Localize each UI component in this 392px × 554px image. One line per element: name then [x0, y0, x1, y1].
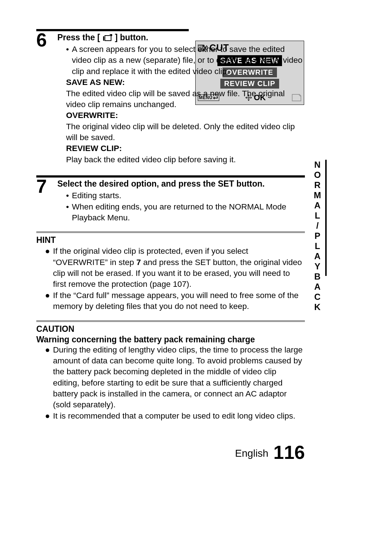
step-number: 7: [36, 178, 55, 194]
divider: [36, 320, 305, 322]
section-side-label: NORMAL/PLAYBACK: [313, 160, 322, 312]
step-7-bullet-1: • Editing starts.: [57, 190, 305, 201]
hint-item-2: ● If the “Card full” message appears, yo…: [36, 290, 305, 312]
step-number: 6: [36, 32, 55, 48]
caution-item-1: ● During the editing of lengthy video cl…: [36, 345, 305, 411]
hint-heading: HINT: [36, 235, 305, 245]
svg-rect-14: [103, 36, 104, 41]
review-clip-label: REVIEW CLIP:: [57, 143, 305, 154]
divider: [36, 231, 305, 233]
hint-list: ● If the original video clip is protecte…: [36, 246, 305, 312]
overwrite-label: OVERWRITE:: [57, 110, 305, 121]
bullet-dot-icon: •: [66, 201, 72, 212]
step-6-intro: • A screen appears for you to select eit…: [57, 44, 305, 77]
caution-subheading: Warning concerning the battery pack rema…: [36, 335, 305, 345]
bullet-dot-icon: ●: [45, 345, 53, 355]
step-ref-7: 7: [136, 258, 141, 267]
bullet-dot-icon: ●: [45, 411, 53, 421]
svg-rect-15: [105, 36, 111, 41]
step-7: 7 Select the desired option, and press t…: [36, 178, 305, 223]
footer-language: English: [235, 448, 269, 459]
step-7-wrap: 7 Select the desired option, and press t…: [36, 175, 305, 223]
save-as-new-label: SAVE AS NEW:: [57, 77, 305, 88]
step-7-title: Select the desired option, and press the…: [57, 178, 305, 190]
bullet-dot-icon: ●: [45, 246, 53, 257]
rec-button-icon: [102, 34, 113, 41]
step-7-body: Select the desired option, and press the…: [57, 178, 305, 223]
bullet-dot-icon: •: [66, 190, 72, 201]
bullet-dot-icon: ●: [45, 290, 53, 301]
step-6: 6 Press the [ ] button. • A screen appea…: [36, 32, 305, 165]
divider: [36, 29, 189, 31]
manual-page: NORMAL/PLAYBACK CUT SAVE AS NEW OVERWRIT…: [0, 0, 392, 554]
overwrite-desc: The original video clip will be deleted.…: [57, 121, 305, 143]
review-clip-desc: Play back the edited video clip before s…: [57, 154, 305, 165]
page-footer: English 116: [235, 441, 305, 463]
caution-list: ● During the editing of lengthy video cl…: [36, 345, 305, 422]
bullet-dot-icon: •: [66, 44, 72, 55]
step-7-bullet-2: • When editing ends, you are returned to…: [57, 201, 305, 224]
caution-item-2: ● It is recommended that a computer be u…: [36, 411, 305, 421]
save-as-new-desc: The edited video clip will be saved as a…: [57, 88, 305, 110]
step-6-body: Press the [ ] button. • A screen appears…: [57, 32, 305, 165]
step-6-title: Press the [ ] button.: [57, 32, 305, 43]
page-content: 6 Press the [ ] button. • A screen appea…: [36, 29, 305, 421]
hint-item-1: ● If the original video clip is protecte…: [36, 246, 305, 290]
page-number: 116: [273, 442, 305, 463]
section-side-tab: NORMAL/PLAYBACK: [313, 160, 327, 276]
caution-heading: CAUTION: [36, 324, 305, 334]
